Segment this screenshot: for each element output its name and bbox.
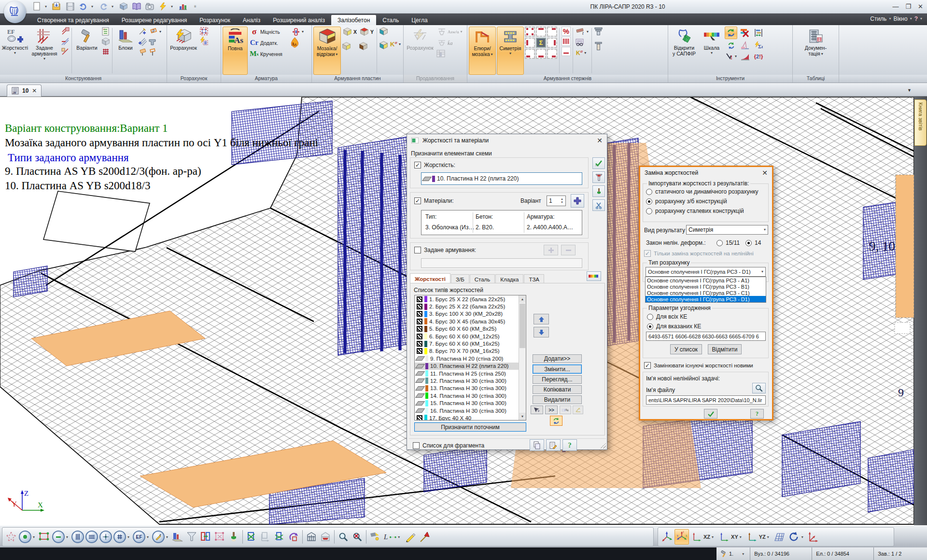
list-item[interactable]: 3. Брус 100 X 30 (КМ_20x28) <box>415 310 526 318</box>
t-section-icon[interactable] <box>148 38 157 47</box>
variant-spinner[interactable]: 1 ▲▼ <box>547 196 566 206</box>
flip-selection-icon[interactable] <box>199 531 212 543</box>
undo-icon[interactable] <box>78 1 88 11</box>
mosaic-cube-1-icon[interactable] <box>342 42 351 51</box>
punching-table-icon[interactable] <box>436 49 445 58</box>
open-sapfir-button[interactable]: Відкрити у САПФІР <box>670 27 699 75</box>
variants-button[interactable]: Варіанти <box>74 27 100 75</box>
ksigma-plates-button[interactable]: Kσ▾ <box>389 39 402 49</box>
select-element-icon[interactable] <box>52 531 65 543</box>
radio-static[interactable] <box>646 189 652 195</box>
list-item[interactable]: 11. Пластина Н 25 (стіна 250) <box>415 370 526 377</box>
fragment-list-checkbox[interactable] <box>413 442 420 449</box>
app-menu-button[interactable] <box>4 1 26 23</box>
copy-stiffness-button[interactable]: Копіювати <box>533 385 582 394</box>
unselect-frame-icon[interactable] <box>245 531 258 543</box>
scissors-button[interactable] <box>592 199 605 211</box>
list-scrollbar[interactable]: ▲ ▼ <box>519 295 526 420</box>
ksigma-bars-tool[interactable]: Kσ▾ <box>575 48 590 58</box>
stiffness-list[interactable]: 1. Брус 25 X 22 (балка 22x25) 2. Брус 25… <box>414 295 526 420</box>
braces-icon[interactable]: {2!} <box>752 52 765 61</box>
redo-icon[interactable] <box>98 1 108 11</box>
frame-nodes-icon[interactable] <box>213 531 226 543</box>
resize-grip[interactable] <box>600 443 606 448</box>
result-type-combo[interactable]: Симетрія▾ <box>686 225 768 235</box>
reinforcement-tool-1-icon[interactable] <box>60 27 70 36</box>
tab-scroll-dropdown[interactable]: ▼ <box>907 88 912 93</box>
given-add-button[interactable] <box>544 245 558 255</box>
stiffness-current-field[interactable]: 10. Пластина Н 22 (плита 220) <box>421 172 582 185</box>
radio-law-14[interactable] <box>745 240 752 246</box>
close-button[interactable]: ✕ <box>918 3 923 10</box>
materials-checkbox[interactable]: ✓ <box>414 197 421 204</box>
bars-icon[interactable] <box>562 37 571 46</box>
ka-tool[interactable]: k̄a <box>436 38 464 48</box>
select-horizontal-icon[interactable] <box>85 531 98 543</box>
list-item[interactable]: 15. Пластина Н 30 (стіна 300) <box>415 399 526 406</box>
add-node-icon[interactable] <box>138 27 147 36</box>
section-sum-icon[interactable]: Σ <box>536 38 546 48</box>
reinforcement-tool-3-icon[interactable] <box>60 47 70 56</box>
select-by-stiffness-button[interactable] <box>531 406 543 414</box>
polygon-select-icon[interactable] <box>5 531 17 543</box>
list-item[interactable]: 16. Пластина Н 30 (стіна 300) <box>415 407 526 414</box>
punching-calculation-button[interactable]: Розрахунок <box>405 27 435 75</box>
stiffness-button[interactable]: EF Жорсткості▾ <box>1 27 28 75</box>
block-tool-icon[interactable] <box>171 531 184 543</box>
ok-button[interactable] <box>704 409 717 419</box>
list-item[interactable]: 7. Брус 60 X 60 (КМ_16x25) <box>415 340 526 347</box>
calc-fragment-icon[interactable] <box>199 37 209 46</box>
blocks-button[interactable]: Блоки <box>114 27 137 75</box>
tab-analysis[interactable]: Аналіз <box>237 15 267 25</box>
move-down-button[interactable] <box>534 327 549 337</box>
section-corners-icon[interactable] <box>525 27 535 37</box>
measure-tool[interactable]: L●··●▾ <box>383 531 403 543</box>
unselect-axes-icon[interactable] <box>259 531 272 543</box>
variant-cube-icon[interactable] <box>101 37 110 46</box>
change-button[interactable]: Змінити... <box>533 364 582 374</box>
show-fragment-icon[interactable] <box>319 531 332 543</box>
section-right-icon[interactable] <box>547 38 557 48</box>
add-element-icon[interactable] <box>138 37 147 46</box>
document-tab-10[interactable]: 20 10 ✕ <box>7 84 42 97</box>
tab-rc[interactable]: З/Б <box>451 274 469 284</box>
color-scale-button[interactable] <box>587 271 601 281</box>
stiffness-checkbox[interactable]: ✓ <box>414 162 421 168</box>
calc-selected-icon[interactable] <box>199 27 209 36</box>
calc-type-dropdown[interactable]: Основне сполучення І ГС(група РСЗ - А1) … <box>645 277 766 303</box>
sign-post-icon[interactable] <box>148 48 157 57</box>
dialog1-title-bar[interactable]: Жорсткості та матеріали ✕ <box>407 134 607 147</box>
underline-icon[interactable] <box>562 47 571 56</box>
zoom-in-icon[interactable] <box>337 531 350 543</box>
section-bottom-left-icon[interactable] <box>525 49 535 59</box>
unselect-all-icon[interactable] <box>273 531 286 543</box>
assign-current-button[interactable]: Призначити поточним <box>414 422 526 432</box>
radio-selected-fe[interactable] <box>647 323 653 330</box>
file-name-field[interactable]: ents\LIRA SAPR\LIRA SAPR 2020\Data\10_N.… <box>646 395 766 405</box>
additional-button[interactable]: CrДодатк. <box>249 38 289 48</box>
tab-advanced-edit[interactable]: Розширене редагування <box>115 15 194 25</box>
diagrams-mosaic-button[interactable]: Епюри/ мозаїка▾ <box>469 27 496 75</box>
list-item[interactable]: 2. Брус 25 X 22 (балка 22x25) <box>415 303 526 310</box>
radio-law-15-11[interactable] <box>716 240 723 246</box>
radio-rc[interactable] <box>646 198 652 205</box>
drafting-icon[interactable] <box>739 40 751 51</box>
copy-to-clipboard-button[interactable] <box>530 439 544 451</box>
variant-grid-icon[interactable] <box>101 47 110 56</box>
run-calculation-dropdown[interactable]: ▾ <box>171 4 175 9</box>
symmetry-button[interactable]: Симетрія ▾ <box>497 27 524 75</box>
column-icon[interactable] <box>594 42 603 51</box>
filter-button[interactable] <box>592 171 605 183</box>
striped-cube-1-icon[interactable] <box>379 27 388 36</box>
dropdown-option[interactable]: Основне сполучення І ГС(група РСЗ - А1) <box>646 277 766 283</box>
tab-steel[interactable]: Сталь <box>376 15 405 25</box>
dropdown-option[interactable]: Основне сполучення І ГС(група РСЗ - С1) <box>646 290 766 296</box>
select-pen-icon[interactable] <box>152 531 165 543</box>
beam-t-tool[interactable]: t▾ <box>575 27 590 37</box>
list-item[interactable]: 1. Брус 25 X 22 (балка 22x25) <box>415 295 526 303</box>
filter-tool-icon[interactable] <box>185 531 198 543</box>
pencil-icon[interactable] <box>404 531 417 543</box>
list-item[interactable]: 5. Брус 60 X 60 (КМ_8x25) <box>415 325 526 333</box>
tab-tza[interactable]: ТЗА <box>524 274 544 284</box>
radio-steel[interactable] <box>646 208 652 214</box>
